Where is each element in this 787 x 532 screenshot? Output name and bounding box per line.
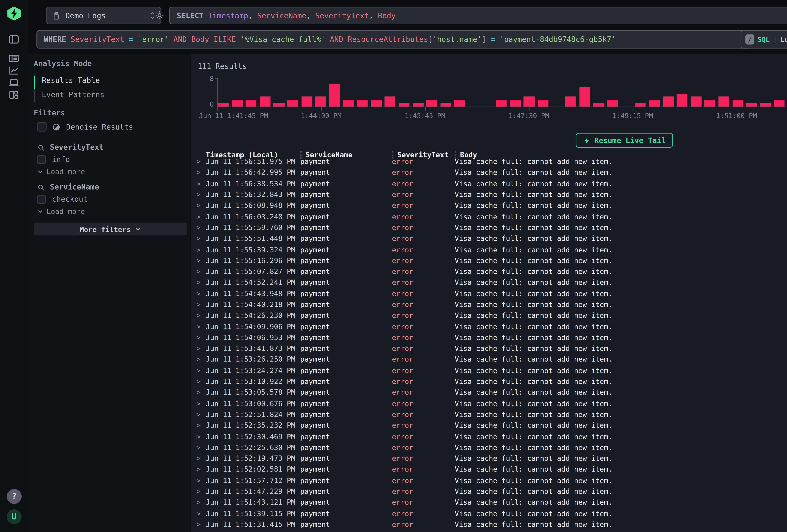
row-expand-chevron[interactable]: > — [195, 300, 206, 308]
log-row[interactable]: >Jun 11 1:52:19.473 PMpaymenterrorVisa c… — [195, 453, 787, 464]
row-expand-chevron[interactable]: > — [195, 333, 206, 341]
log-row[interactable]: >Jun 11 1:55:07.827 PMpaymenterrorVisa c… — [195, 266, 787, 277]
row-expand-chevron[interactable]: > — [195, 289, 206, 297]
row-expand-chevron[interactable]: > — [195, 454, 206, 462]
sessions-icon[interactable] — [8, 77, 20, 88]
source-select[interactable]: Demo Logs — [46, 7, 161, 24]
search-icon[interactable] — [37, 183, 45, 191]
row-expand-chevron[interactable]: > — [195, 201, 206, 209]
histogram-bar[interactable] — [593, 103, 604, 107]
row-expand-chevron[interactable]: > — [195, 179, 206, 187]
row-expand-chevron[interactable]: > — [195, 212, 206, 220]
search-icon[interactable] — [37, 143, 45, 151]
row-expand-chevron[interactable]: > — [195, 366, 206, 374]
log-row[interactable]: >Jun 11 1:52:51.824 PMpaymenterrorVisa c… — [195, 409, 787, 420]
row-expand-chevron[interactable]: > — [195, 355, 206, 363]
log-row[interactable]: >Jun 11 1:52:30.469 PMpaymenterrorVisa c… — [195, 431, 787, 442]
hyperdx-logo-icon[interactable] — [7, 6, 22, 21]
row-expand-chevron[interactable]: > — [195, 377, 206, 385]
column-resize-handle[interactable] — [455, 151, 456, 158]
row-expand-chevron[interactable]: > — [195, 278, 206, 286]
histogram-bar[interactable] — [385, 97, 396, 107]
row-expand-chevron[interactable]: > — [195, 159, 206, 165]
query-language-toggle[interactable]: / SQL | Lucene — [741, 30, 787, 49]
column-header-servicename[interactable]: ServiceName — [300, 150, 392, 158]
histogram-bar[interactable] — [538, 100, 549, 107]
log-row[interactable]: >Jun 11 1:51:57.712 PMpaymenterrorVisa c… — [195, 474, 787, 486]
histogram-bar[interactable] — [274, 103, 284, 107]
filter-option-checkout[interactable]: checkout — [37, 195, 88, 204]
column-header-body[interactable]: Body — [455, 150, 787, 158]
histogram-bar[interactable] — [329, 84, 340, 107]
info-checkbox[interactable] — [37, 155, 46, 164]
column-resize-handle[interactable] — [392, 151, 394, 158]
histogram-bar[interactable] — [454, 100, 465, 107]
row-expand-chevron[interactable]: > — [195, 234, 206, 242]
histogram-bar[interactable] — [718, 97, 729, 107]
log-row[interactable]: >Jun 11 1:55:16.296 PMpaymenterrorVisa c… — [195, 255, 787, 266]
more-filters-button[interactable]: More filters — [34, 222, 187, 235]
source-settings-gear-icon[interactable] — [154, 10, 165, 20]
log-row[interactable]: >Jun 11 1:54:43.948 PMpaymenterrorVisa c… — [195, 288, 787, 299]
row-expand-chevron[interactable]: > — [195, 223, 206, 231]
row-expand-chevron[interactable]: > — [195, 245, 206, 253]
log-row[interactable]: >Jun 11 1:53:24.274 PMpaymenterrorVisa c… — [195, 365, 787, 376]
user-avatar[interactable]: U — [7, 509, 22, 524]
histogram-bar[interactable] — [246, 100, 257, 107]
histogram-bar[interactable] — [607, 100, 618, 107]
histogram-bar[interactable] — [579, 87, 590, 107]
log-row[interactable]: >Jun 11 1:51:47.229 PMpaymenterrorVisa c… — [195, 486, 787, 496]
filter-group-servicename[interactable]: ServiceName — [37, 183, 99, 192]
log-row[interactable]: >Jun 11 1:56:03.248 PMpaymenterrorVisa c… — [195, 211, 787, 222]
log-row[interactable]: >Jun 11 1:52:35.232 PMpaymenterrorVisa c… — [195, 420, 787, 431]
collapse-sidebar-icon[interactable] — [8, 34, 20, 45]
search-logs-icon[interactable] — [8, 52, 20, 64]
resume-live-tail-button[interactable]: Resume Live Tail — [575, 133, 673, 148]
row-expand-chevron[interactable]: > — [195, 190, 206, 198]
row-expand-chevron[interactable]: > — [195, 421, 206, 429]
log-row[interactable]: >Jun 11 1:54:26.230 PMpaymenterrorVisa c… — [195, 310, 787, 321]
histogram-bar[interactable] — [524, 97, 534, 107]
row-expand-chevron[interactable]: > — [195, 399, 206, 407]
log-row[interactable]: >Jun 11 1:51:31.415 PMpaymenterrorVisa c… — [195, 518, 787, 530]
lucene-toggle-option[interactable]: Lucene — [781, 36, 787, 43]
log-row[interactable]: >Jun 11 1:52:02.581 PMpaymenterrorVisa c… — [195, 464, 787, 475]
log-row[interactable]: >Jun 11 1:54:40.218 PMpaymenterrorVisa c… — [195, 299, 787, 310]
histogram-bar[interactable] — [496, 100, 507, 107]
row-expand-chevron[interactable]: > — [195, 531, 206, 532]
histogram-bar[interactable] — [301, 97, 312, 107]
where-query-input[interactable]: WHERE SeverityText = 'error' AND Body IL… — [36, 30, 751, 49]
row-expand-chevron[interactable]: > — [195, 487, 206, 495]
log-row[interactable]: >Jun 11 1:51:22.457 PMpaymenterrorVisa c… — [195, 530, 787, 532]
log-row[interactable]: >Jun 11 1:54:06.953 PMpaymenterrorVisa c… — [195, 332, 787, 343]
log-row[interactable]: >Jun 11 1:53:00.676 PMpaymenterrorVisa c… — [195, 398, 787, 409]
histogram-bar[interactable] — [649, 100, 660, 107]
denoise-checkbox[interactable] — [37, 122, 47, 132]
row-expand-chevron[interactable]: > — [195, 410, 206, 418]
row-expand-chevron[interactable]: > — [195, 498, 206, 506]
log-row[interactable]: >Jun 11 1:55:51.448 PMpaymenterrorVisa c… — [195, 233, 787, 244]
filter-option-info[interactable]: info — [37, 155, 70, 164]
log-row[interactable]: >Jun 11 1:52:25.630 PMpaymenterrorVisa c… — [195, 442, 787, 453]
histogram-bar[interactable] — [357, 100, 368, 107]
log-row[interactable]: >Jun 11 1:53:41.873 PMpaymenterrorVisa c… — [195, 343, 787, 354]
log-row[interactable]: >Jun 11 1:51:43.121 PMpaymenterrorVisa c… — [195, 496, 787, 508]
chart-explorer-icon[interactable] — [8, 65, 20, 76]
column-header-timestamp[interactable]: Timestamp (Local) — [206, 150, 300, 158]
help-button[interactable]: ? — [7, 489, 22, 504]
sql-toggle-option[interactable]: SQL — [758, 36, 770, 43]
histogram-bar[interactable] — [635, 103, 646, 107]
histogram-bar[interactable] — [690, 97, 701, 107]
histogram-bar[interactable] — [399, 103, 409, 107]
row-expand-chevron[interactable]: > — [195, 388, 206, 396]
row-expand-chevron[interactable]: > — [195, 256, 206, 264]
row-expand-chevron[interactable]: > — [195, 443, 206, 451]
histogram-bar[interactable] — [426, 100, 437, 107]
row-expand-chevron[interactable]: > — [195, 311, 206, 319]
filter-group-severitytext[interactable]: SeverityText — [37, 143, 104, 152]
row-expand-chevron[interactable]: > — [195, 476, 206, 484]
histogram-bar[interactable] — [566, 97, 576, 107]
log-row[interactable]: >Jun 11 1:56:38.534 PMpaymenterrorVisa c… — [195, 178, 787, 189]
mode-results-table[interactable]: Results Table — [42, 76, 100, 85]
histogram-bar[interactable] — [412, 103, 423, 107]
